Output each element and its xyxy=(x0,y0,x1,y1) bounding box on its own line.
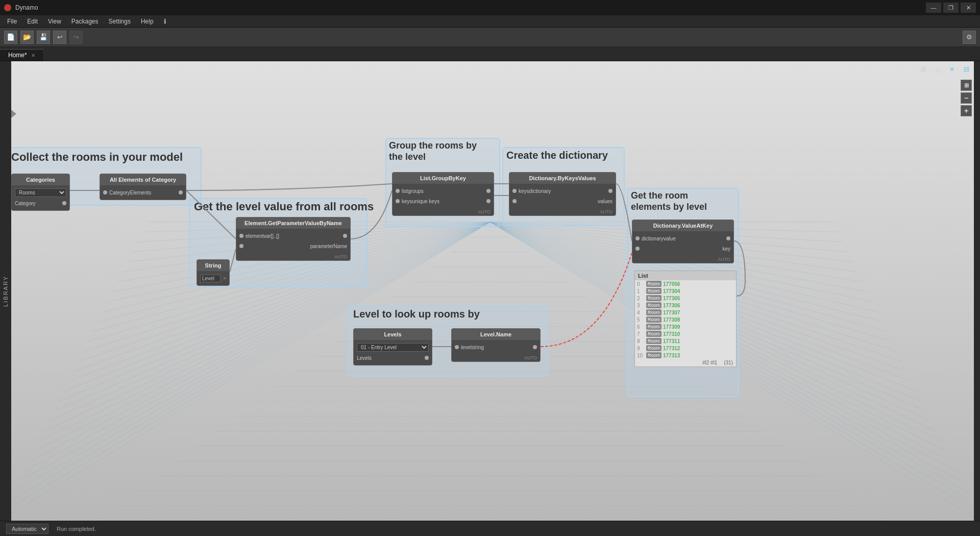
tab-close-icon[interactable]: ✕ xyxy=(31,53,35,58)
dictbykeys-keys-port xyxy=(512,189,517,193)
group-collect-label: Collect the rooms in your model xyxy=(11,151,183,164)
save-button[interactable]: 💾 xyxy=(37,31,50,44)
string-input[interactable] xyxy=(200,275,220,282)
library-panel: LIBRARY xyxy=(0,61,11,521)
node-getparam-header: Element.GetParameterValueByName xyxy=(236,217,350,229)
node-groupbykey-header: List.GroupByKey xyxy=(393,173,494,184)
zoom-controls: ⊞ − + xyxy=(961,80,972,116)
node-levelname: Level.Name level string AUTO xyxy=(451,328,541,362)
zoom-out-button[interactable]: − xyxy=(961,92,972,104)
node-levels-header: Levels xyxy=(354,329,432,340)
statusbar: Automatic Manual Run completed. xyxy=(0,521,980,536)
view-icon-3[interactable]: ≡ xyxy=(946,63,958,75)
getparam-output-port xyxy=(343,234,347,238)
group-elements-label: Get the roomelements by level xyxy=(631,190,707,212)
valueatkey-key-port xyxy=(635,247,640,251)
valueatkey-dict-label: dictionary xyxy=(642,236,664,241)
group-dict-label: Create the dictionary xyxy=(506,150,608,161)
groupbykey-groups-port xyxy=(486,189,491,193)
grid-canvas xyxy=(0,61,980,521)
getparam-output-label: var[]..[] xyxy=(264,233,280,239)
groupbykey-keys-label: keys xyxy=(402,199,412,204)
run-mode-dropdown[interactable]: Automatic Manual xyxy=(6,524,48,534)
categories-dropdown[interactable]: Rooms xyxy=(15,188,66,197)
library-expand-arrow[interactable] xyxy=(11,110,16,118)
maximize-button[interactable]: ❐ xyxy=(943,3,959,13)
groupbykey-list-label: list xyxy=(402,188,408,194)
dictbykeys-keys-label: keys xyxy=(519,188,529,194)
zoom-in-button[interactable]: + xyxy=(961,105,972,116)
canvas-area[interactable]: LIBRARY ⊞ △ ≡ ⊟ ⊞ − + xyxy=(0,61,980,521)
tab-home[interactable]: Home* ✕ xyxy=(0,49,44,61)
node-valueatkey-header: Dictionary.ValueAtKey xyxy=(632,220,733,231)
app-title: Dynamo xyxy=(4,4,38,11)
menu-file[interactable]: File xyxy=(2,17,22,26)
dictbykeys-output-port xyxy=(608,189,612,193)
getparam-param-port xyxy=(239,244,243,248)
list-item: 0 Room 177056 xyxy=(635,280,736,287)
view-icon-2[interactable]: △ xyxy=(932,63,943,75)
list-panel-header: List xyxy=(635,271,736,280)
list-item: 3 Room 177306 xyxy=(635,302,736,309)
getparam-element-port xyxy=(239,234,243,238)
all-elements-input-port xyxy=(103,190,107,194)
all-elements-output-label: Elements xyxy=(130,190,152,196)
toolbar: 📄 📂 💾 ↩ ↪ ⚙ xyxy=(0,28,980,47)
library-label: LIBRARY xyxy=(3,276,9,307)
valueatkey-footer: AUTO xyxy=(632,256,733,263)
list-item: 5 Room 177308 xyxy=(635,316,736,323)
categories-output-label: Category xyxy=(15,201,36,206)
menu-packages[interactable]: Packages xyxy=(66,17,104,26)
dictbykeys-output-label: dictionary xyxy=(529,188,551,194)
categories-output-port xyxy=(62,201,66,205)
zoom-fit-button[interactable]: ⊞ xyxy=(961,80,972,91)
view-icon-4[interactable]: ⊟ xyxy=(961,63,972,75)
list-item: 9 Room 177312 xyxy=(635,345,736,352)
list-item: 1 Room 177304 xyxy=(635,287,736,295)
settings-icon[interactable]: ⚙ xyxy=(963,31,976,44)
status-text: Run completed. xyxy=(57,526,96,532)
node-levels: Levels 01 - Entry Level Levels xyxy=(353,328,432,366)
menu-settings[interactable]: Settings xyxy=(104,17,136,26)
dictbykeys-values-label: values xyxy=(598,199,612,204)
menu-info[interactable]: ℹ xyxy=(159,17,172,26)
levels-dropdown[interactable]: 01 - Entry Level xyxy=(357,343,429,352)
arrow-right-icon[interactable] xyxy=(11,110,16,118)
node-groupbykey: List.GroupByKey list groups keys unique … xyxy=(392,172,494,216)
undo-button[interactable]: ↩ xyxy=(53,31,66,44)
string-output-arrow: > xyxy=(224,276,226,281)
open-button[interactable]: 📂 xyxy=(20,31,34,44)
dictbykeys-values-port xyxy=(512,199,517,203)
tab-label: Home* xyxy=(8,52,27,59)
list-item: 10 Room 177313 xyxy=(635,352,736,359)
levelname-string-port xyxy=(533,345,537,349)
groupbykey-keys-port xyxy=(396,199,400,203)
list-item: 6 Room 177309 xyxy=(635,323,736,330)
levelname-level-label: level xyxy=(461,345,472,350)
window-controls: — ❐ ✕ xyxy=(926,3,976,13)
valueatkey-dict-port xyxy=(635,236,640,240)
list-footer: #l2 #l1 (31) xyxy=(635,359,736,367)
menu-edit[interactable]: Edit xyxy=(22,17,43,26)
node-all-elements: All Elements of Category Category Elemen… xyxy=(100,174,186,200)
menu-view[interactable]: View xyxy=(43,17,66,26)
getparam-element-label: element xyxy=(246,233,264,239)
menu-help[interactable]: Help xyxy=(136,17,159,26)
node-categories: Categories Rooms Category xyxy=(11,174,70,211)
group-level-label: Level to look up rooms by xyxy=(353,308,480,320)
new-button[interactable]: 📄 xyxy=(4,31,17,44)
node-categories-header: Categories xyxy=(12,174,69,185)
node-getparam: Element.GetParameterValueByName element … xyxy=(236,217,351,261)
node-all-elements-header: All Elements of Category xyxy=(100,174,186,185)
node-dict-bykeys-header: Dictionary.ByKeysValues xyxy=(509,173,616,184)
group-group-label: Group the rooms bythe level xyxy=(389,140,477,162)
close-button[interactable]: ✕ xyxy=(961,3,976,13)
groupbykey-uniquekeys-port xyxy=(486,199,491,203)
list-item: 8 Room 177311 xyxy=(635,337,736,345)
minimize-button[interactable]: — xyxy=(926,3,941,13)
valueatkey-value-label: value xyxy=(664,236,676,241)
view-icon-1[interactable]: ⊞ xyxy=(918,63,929,75)
list-output-panel: List 0 Room 177056 1 Room 177304 2 Room … xyxy=(634,271,737,367)
redo-button[interactable]: ↪ xyxy=(69,31,83,44)
getparam-footer: AUTO xyxy=(236,253,350,260)
